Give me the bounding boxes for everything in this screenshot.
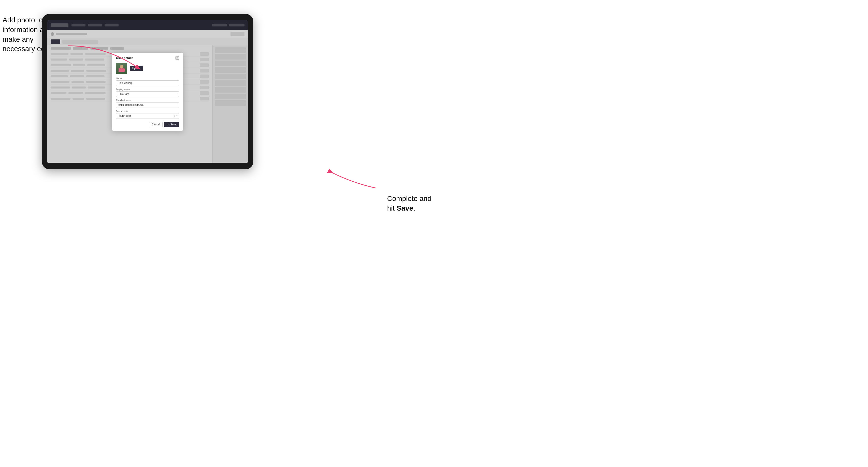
email-label: Email address — [116, 99, 179, 101]
name-input[interactable] — [116, 81, 179, 86]
school-year-label: School Year — [116, 110, 179, 113]
school-year-wrapper: × ⌃ — [116, 113, 179, 119]
save-label: Save — [170, 123, 176, 126]
cancel-button[interactable]: Cancel — [149, 122, 162, 127]
school-year-controls: × ⌃ — [173, 115, 178, 117]
display-name-label: Display name — [116, 88, 179, 91]
arrow-right-annotation — [327, 167, 378, 194]
email-input[interactable] — [116, 102, 179, 108]
save-button[interactable]: ⬆ Save — [164, 122, 179, 127]
arrow-left-annotation — [66, 43, 145, 75]
email-field-group: Email address — [116, 99, 179, 108]
school-year-field-group: School Year × ⌃ — [116, 110, 179, 119]
annotation-right: Complete and hit Save. — [387, 194, 431, 213]
school-year-clear-button[interactable]: × — [173, 115, 175, 117]
school-year-chevron-button[interactable]: ⌃ — [176, 115, 178, 117]
save-icon: ⬆ — [167, 123, 169, 126]
name-field-group: Name — [116, 77, 179, 86]
display-name-field-group: Display name — [116, 88, 179, 97]
tablet-screen: User details × Upload Name Dis — [47, 20, 248, 163]
name-label: Name — [116, 77, 179, 80]
modal-close-button[interactable]: × — [176, 56, 179, 60]
display-name-input[interactable] — [116, 91, 179, 97]
school-year-input[interactable] — [116, 113, 179, 119]
modal-overlay: User details × Upload Name Dis — [47, 20, 248, 163]
modal-footer: Cancel ⬆ Save — [116, 122, 179, 127]
tablet-device: User details × Upload Name Dis — [42, 14, 253, 169]
